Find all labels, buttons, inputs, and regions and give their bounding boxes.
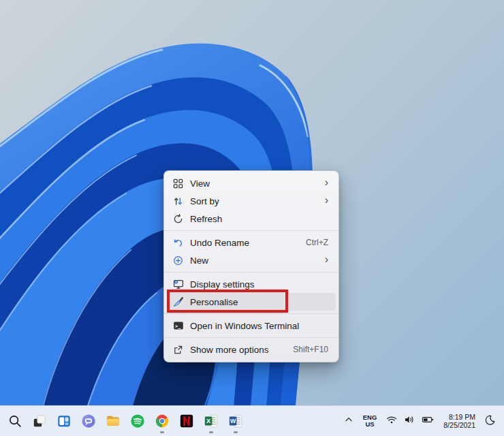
menu-item-shortcut: Ctrl+Z [306, 238, 328, 247]
menu-item-label: Open in Windows Terminal [190, 321, 299, 331]
menu-item-sort-by[interactable]: Sort by › [167, 192, 336, 210]
refresh-icon [172, 213, 184, 225]
chevron-right-icon: › [325, 195, 328, 206]
taskbar-widgets-button[interactable] [52, 407, 76, 435]
system-tray: ENG US 8:19 PM 8/25/2021 [341, 407, 504, 435]
new-plus-icon [172, 255, 184, 266]
chevron-up-icon [343, 414, 354, 428]
taskbar-chrome-button[interactable] [150, 407, 174, 435]
tray-language-line2: US [363, 421, 377, 429]
personalise-brush-icon [172, 296, 184, 308]
menu-item-label: Show more options [190, 345, 269, 355]
view-grid-icon [172, 178, 184, 189]
taskbar-app-icons: X W [0, 407, 248, 435]
taskbar: X W ENG US [0, 405, 504, 436]
menu-item-label: Refresh [190, 214, 222, 224]
chevron-right-icon: › [325, 254, 328, 265]
word-icon: W [228, 414, 243, 429]
menu-separator [164, 337, 338, 338]
tray-language-button[interactable]: ENG US [357, 407, 383, 435]
svg-text:X: X [206, 418, 211, 424]
svg-text:>_: >_ [175, 324, 181, 329]
menu-item-open-windows-terminal[interactable]: >_ Open in Windows Terminal [167, 317, 336, 334]
chrome-icon [155, 414, 170, 429]
battery-icon [421, 414, 435, 429]
spotify-icon [130, 414, 145, 429]
excel-icon: X [204, 414, 219, 429]
widgets-icon [57, 414, 72, 429]
search-icon [7, 414, 22, 429]
menu-item-personalise[interactable]: Personalise [167, 293, 336, 311]
undo-icon [172, 237, 184, 249]
taskbar-excel-button[interactable]: X [199, 407, 223, 435]
display-settings-icon [172, 279, 184, 290]
menu-item-undo-rename[interactable]: Undo Rename Ctrl+Z [167, 234, 336, 251]
menu-item-refresh[interactable]: Refresh [167, 210, 336, 228]
tray-show-hidden-icons-button[interactable] [341, 407, 357, 435]
desktop-context-menu: View › Sort by › Refresh Undo Rename Ctr… [163, 170, 339, 362]
tray-network-button[interactable] [383, 407, 400, 435]
desktop: View › Sort by › Refresh Undo Rename Ctr… [0, 0, 504, 436]
tray-battery-button[interactable] [418, 407, 437, 435]
menu-item-shortcut: Shift+F10 [293, 345, 328, 354]
tray-clock-button[interactable]: 8:19 PM 8/25/2021 [437, 407, 482, 435]
taskbar-file-explorer-button[interactable] [101, 407, 125, 435]
svg-text:W: W [230, 418, 236, 424]
menu-item-label: Undo Rename [190, 238, 249, 248]
menu-item-new[interactable]: New › [167, 251, 336, 269]
task-view-icon [32, 414, 47, 429]
show-more-icon [172, 344, 184, 356]
tray-focus-assist-button[interactable] [482, 407, 499, 435]
moon-icon [484, 414, 496, 429]
chat-icon [81, 414, 96, 429]
menu-item-label: Display settings [190, 279, 255, 290]
file-explorer-icon [106, 414, 121, 429]
menu-separator [164, 230, 338, 231]
menu-item-label: New [190, 255, 208, 266]
menu-separator [164, 313, 338, 314]
menu-item-display-settings[interactable]: Display settings [167, 275, 336, 293]
wifi-icon [385, 414, 398, 429]
tray-volume-button[interactable] [400, 407, 418, 435]
chevron-right-icon: › [325, 177, 328, 188]
taskbar-netflix-button[interactable] [174, 407, 199, 435]
taskbar-chat-button[interactable] [76, 407, 101, 435]
taskbar-task-view-button[interactable] [27, 407, 52, 435]
menu-item-label: Personalise [190, 297, 238, 307]
tray-time: 8:19 PM [443, 413, 475, 422]
menu-item-label: View [190, 178, 210, 189]
menu-item-label: Sort by [190, 196, 219, 206]
menu-separator [164, 272, 338, 272]
taskbar-search-button[interactable] [3, 407, 27, 435]
taskbar-word-button[interactable]: W [223, 407, 248, 435]
menu-item-show-more-options[interactable]: Show more options Shift+F10 [167, 341, 336, 358]
windows-terminal-icon: >_ [172, 320, 184, 332]
sort-by-icon [172, 196, 184, 207]
taskbar-spotify-button[interactable] [125, 407, 150, 435]
tray-date: 8/25/2021 [443, 421, 475, 430]
menu-item-view[interactable]: View › [167, 174, 336, 192]
netflix-icon [179, 414, 194, 429]
volume-icon [403, 414, 415, 429]
